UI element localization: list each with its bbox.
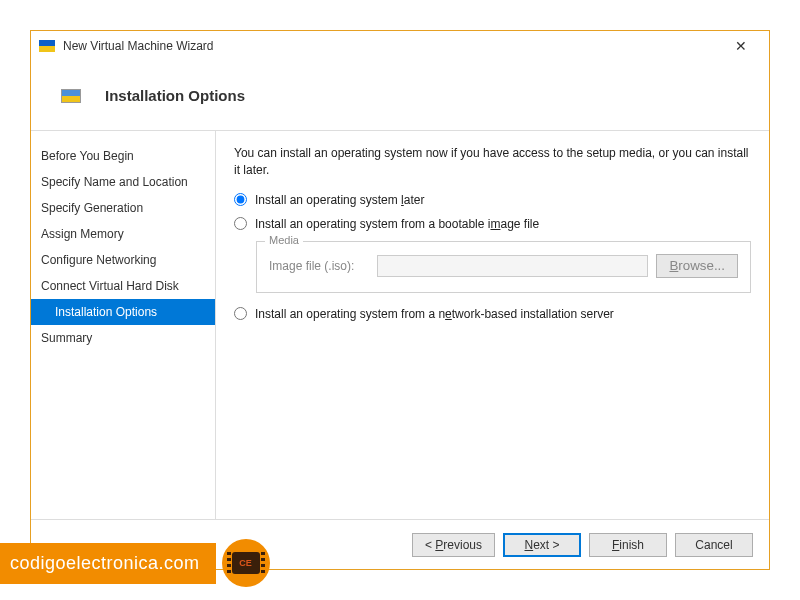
next-button[interactable]: Next > (503, 533, 581, 557)
radio-label: Install an operating system from a netwo… (255, 307, 614, 321)
page-title: Installation Options (105, 87, 245, 104)
sidebar-item-installation-options[interactable]: Installation Options (31, 299, 215, 325)
radio-install-image[interactable] (234, 217, 247, 230)
browse-button: Browse... (656, 254, 738, 278)
radio-install-network[interactable] (234, 307, 247, 320)
close-icon[interactable]: ✕ (721, 38, 761, 54)
app-icon (39, 40, 55, 52)
sidebar-item-summary[interactable]: Summary (31, 325, 215, 351)
cancel-button[interactable]: Cancel (675, 533, 753, 557)
window-title: New Virtual Machine Wizard (63, 39, 721, 53)
image-file-input (377, 255, 648, 277)
option-install-image[interactable]: Install an operating system from a boota… (234, 217, 751, 231)
content-pane: You can install an operating system now … (216, 131, 769, 519)
header-icon (61, 89, 81, 103)
radio-label: Install an operating system later (255, 193, 424, 207)
option-install-network[interactable]: Install an operating system from a netwo… (234, 307, 751, 321)
radio-install-later[interactable] (234, 193, 247, 206)
finish-button[interactable]: Finish (589, 533, 667, 557)
sidebar-item-before-you-begin[interactable]: Before You Begin (31, 143, 215, 169)
chip-icon: CE (232, 552, 260, 574)
sidebar-item-specify-generation[interactable]: Specify Generation (31, 195, 215, 221)
wizard-header: Installation Options (31, 61, 769, 131)
sidebar-item-connect-vhd[interactable]: Connect Virtual Hard Disk (31, 273, 215, 299)
description-text: You can install an operating system now … (234, 145, 751, 179)
sidebar-item-configure-networking[interactable]: Configure Networking (31, 247, 215, 273)
media-legend: Media (265, 234, 303, 246)
option-install-later[interactable]: Install an operating system later (234, 193, 751, 207)
watermark-logo: CE (222, 539, 270, 587)
watermark: codigoelectronica.com CE (0, 538, 270, 588)
sidebar-item-specify-name[interactable]: Specify Name and Location (31, 169, 215, 195)
sidebar-item-assign-memory[interactable]: Assign Memory (31, 221, 215, 247)
watermark-text: codigoelectronica.com (0, 543, 216, 584)
previous-button[interactable]: < Previous (412, 533, 495, 557)
wizard-body: Before You Begin Specify Name and Locati… (31, 131, 769, 519)
image-file-label: Image file (.iso): (269, 259, 369, 273)
media-fieldset: Media Image file (.iso): Browse... (256, 241, 751, 293)
wizard-window: New Virtual Machine Wizard ✕ Installatio… (30, 30, 770, 570)
sidebar: Before You Begin Specify Name and Locati… (31, 131, 216, 519)
radio-label: Install an operating system from a boota… (255, 217, 539, 231)
titlebar: New Virtual Machine Wizard ✕ (31, 31, 769, 61)
